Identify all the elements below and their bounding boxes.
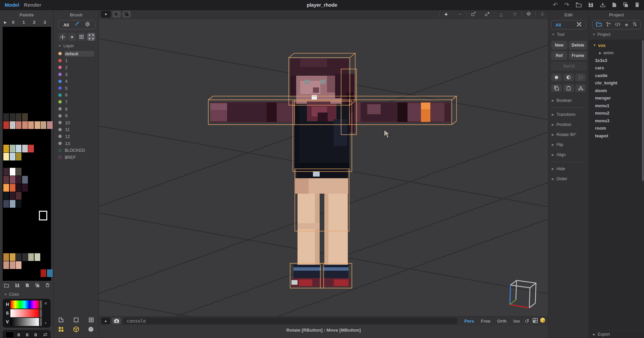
- project-tree-item[interactable]: 3x3x3: [589, 57, 644, 64]
- edit-section-header[interactable]: ▶ Boolean: [551, 95, 586, 106]
- hsv-slider-bar[interactable]: [10, 318, 39, 326]
- brush-icon[interactable]: [74, 21, 79, 28]
- project-tree-item[interactable]: teapot: [589, 132, 644, 140]
- pattern-tiles-icon[interactable]: [58, 327, 64, 334]
- palette-swatch[interactable]: [41, 269, 46, 277]
- save-icon[interactable]: [588, 2, 593, 7]
- layer-item[interactable]: 2: [54, 64, 99, 71]
- project-star-icon[interactable]: ★: [625, 22, 629, 27]
- add-voxel-icon[interactable]: +: [442, 11, 450, 18]
- palette-swatch[interactable]: [10, 153, 15, 160]
- layer-item[interactable]: 3: [54, 71, 99, 78]
- layer-item[interactable]: 6: [54, 92, 99, 99]
- palette-swatch[interactable]: [3, 192, 9, 200]
- layer-item[interactable]: 13: [54, 140, 99, 147]
- palette-swatch[interactable]: [16, 113, 21, 121]
- project-code-icon[interactable]: [615, 22, 621, 28]
- palette-tab[interactable]: 1: [18, 20, 29, 25]
- palette-swatch[interactable]: [10, 253, 15, 261]
- project-tree-item[interactable]: menger: [589, 94, 644, 102]
- layer-item[interactable]: 12: [54, 133, 99, 140]
- console-input[interactable]: [123, 318, 458, 324]
- project-tree-item[interactable]: cars: [589, 64, 644, 72]
- palette-swatch[interactable]: [22, 145, 28, 152]
- wireframe-cube-icon[interactable]: [73, 326, 79, 334]
- project-tree-item[interactable]: ▼ vox: [589, 42, 644, 49]
- export-icon[interactable]: [600, 2, 605, 7]
- palette-swatch[interactable]: [10, 168, 15, 176]
- current-color-swatch[interactable]: [5, 332, 14, 338]
- palette-swatch[interactable]: [16, 261, 21, 269]
- palette-swatch[interactable]: [3, 153, 9, 160]
- view-mode-button[interactable]: Free: [481, 319, 490, 324]
- brush-all-button[interactable]: All: [63, 22, 69, 27]
- palette-tab[interactable]: 3: [40, 20, 50, 25]
- hsv-slider-bar[interactable]: [10, 300, 39, 309]
- edit-section-header[interactable]: ▶ Flip: [551, 140, 586, 150]
- color-menu-icon[interactable]: ≡: [44, 301, 47, 306]
- palette-swatch[interactable]: [16, 184, 21, 192]
- window-grid-icon[interactable]: [89, 317, 94, 324]
- layer-item[interactable]: 1: [54, 57, 99, 64]
- project-sort-icon[interactable]: [633, 22, 637, 28]
- palette-swatch[interactable]: [10, 113, 15, 121]
- hsv-slider-thumb[interactable]: [40, 318, 42, 326]
- palette-swatch[interactable]: [16, 200, 21, 208]
- palette-swatch[interactable]: [3, 168, 9, 176]
- fit-center-icon[interactable]: [525, 11, 532, 17]
- layer-item[interactable]: 4: [54, 78, 99, 85]
- grid-tool-button[interactable]: [77, 33, 86, 41]
- palette-swatch[interactable]: [10, 145, 15, 152]
- project-tree-item[interactable]: doom: [589, 87, 644, 94]
- palette-open-icon[interactable]: [4, 283, 9, 289]
- color-section-header[interactable]: ▼ Color: [0, 289, 53, 298]
- orientation-axis-cube[interactable]: [503, 278, 543, 315]
- project-scrollbar[interactable]: [642, 40, 644, 181]
- solid-mode-icon[interactable]: [551, 73, 562, 81]
- duplicate-view-button[interactable]: [122, 11, 131, 18]
- edit-tool-button[interactable]: Delete: [569, 41, 587, 50]
- edit-tool-button[interactable]: Frame: [569, 51, 587, 60]
- palette-swatch[interactable]: [3, 121, 9, 129]
- view-mode-button[interactable]: Orth: [497, 319, 507, 324]
- palette-tab[interactable]: 2: [29, 20, 39, 25]
- palette-swatch[interactable]: [35, 253, 40, 261]
- palette-swatch[interactable]: [28, 121, 34, 129]
- delete-icon[interactable]: [635, 2, 639, 7]
- project-tree-item[interactable]: castle: [589, 72, 644, 79]
- palette-swatch[interactable]: [16, 153, 21, 160]
- palette-swatch[interactable]: [10, 184, 15, 192]
- lower-icon[interactable]: ▽: [511, 12, 519, 17]
- project-tree-item[interactable]: monu1: [589, 102, 644, 110]
- copy-icon[interactable]: [551, 84, 562, 92]
- palette-swatch[interactable]: [10, 200, 15, 208]
- layer-item[interactable]: default: [54, 50, 99, 57]
- palette-swatch[interactable]: [10, 176, 15, 184]
- palette-swatch[interactable]: [16, 145, 21, 152]
- edit-section-header[interactable]: ▶ Position: [551, 120, 586, 130]
- paste-icon[interactable]: [563, 84, 574, 92]
- hsv-slider-thumb[interactable]: [40, 309, 42, 317]
- drop-down-ground-icon[interactable]: ⇩: [539, 12, 546, 17]
- palette-paste-icon[interactable]: [46, 283, 49, 289]
- palette-swatch[interactable]: [3, 113, 9, 121]
- palette-grid[interactable]: [3, 27, 51, 281]
- half-mode-icon[interactable]: [563, 73, 574, 81]
- palette-swatch[interactable]: [16, 168, 21, 176]
- palette-play-icon[interactable]: ▶: [4, 21, 7, 24]
- view-mode-button[interactable]: Iso: [513, 319, 520, 324]
- transform-arrows-icon[interactable]: [577, 22, 582, 28]
- tool-section-header[interactable]: ▼ Tool: [551, 29, 586, 38]
- palette-swatch[interactable]: [3, 184, 9, 192]
- edit-section-header[interactable]: ▶ Align: [551, 150, 586, 160]
- palette-swatch[interactable]: [35, 121, 40, 129]
- project-tree-item[interactable]: monu3: [589, 117, 644, 125]
- palette-swatch[interactable]: [10, 192, 15, 200]
- palette-swatch[interactable]: [16, 192, 21, 200]
- layer-item[interactable]: $REF: [54, 154, 99, 161]
- scale-down-icon[interactable]: [484, 11, 491, 17]
- layer-item[interactable]: 10: [54, 119, 99, 126]
- remove-voxel-icon[interactable]: −: [456, 12, 464, 17]
- edit-tool-button[interactable]: New: [551, 41, 567, 50]
- palette-tab[interactable]: 0: [8, 20, 18, 25]
